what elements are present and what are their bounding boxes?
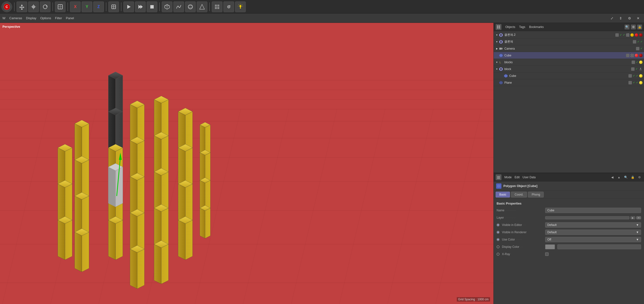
obj-lock-icon[interactable]: 🔒 xyxy=(637,25,642,30)
radio-visible-editor[interactable] xyxy=(496,224,500,226)
maximize-icon[interactable]: ⤢ xyxy=(608,15,615,22)
obj-search-icon[interactable]: 🔍 xyxy=(624,25,630,30)
camera-button[interactable] xyxy=(224,2,234,12)
radio-display-color[interactable] xyxy=(496,245,500,248)
add-nurbs-button[interactable] xyxy=(185,2,196,12)
scene-button[interactable] xyxy=(212,2,222,12)
color-ball2-cloner2[interactable] xyxy=(635,33,638,37)
props-zoom-icon[interactable]: 🔍 xyxy=(623,175,628,180)
xray-checkbox[interactable] xyxy=(545,252,548,256)
flag-check2-cloner1[interactable]: ✓ xyxy=(640,40,642,43)
flag-check1-plane[interactable]: ✓ xyxy=(633,81,635,84)
color-ball-red-cube-top[interactable] xyxy=(635,54,638,57)
expand-plane[interactable] xyxy=(495,81,498,84)
add-spline-button[interactable] xyxy=(174,2,184,12)
expand-cloner2[interactable]: ▼ xyxy=(495,33,498,37)
expand-cube-inner[interactable] xyxy=(500,74,504,78)
flag-check1-cube-inner[interactable]: ✓ xyxy=(633,74,635,77)
flag-check-camera[interactable]: ✓ xyxy=(640,47,642,50)
flag-gray-cloner1[interactable] xyxy=(633,40,636,44)
flag-gray-cube-top[interactable] xyxy=(626,54,630,57)
layer-close-btn[interactable]: ✕ xyxy=(636,216,641,219)
expand-camera[interactable]: ▶ xyxy=(495,47,498,50)
tab-coord[interactable]: Coord. xyxy=(511,192,527,198)
props-value-layer[interactable] xyxy=(545,216,630,219)
obj-row-cloner2[interactable]: ▼ 클론체.2 ✓ ✓ xyxy=(494,32,644,38)
flag-gray-blocks[interactable] xyxy=(632,61,635,64)
tab-basic[interactable]: Basic xyxy=(496,192,510,198)
flag-check2-cube-inner[interactable]: ✓ xyxy=(636,74,638,77)
add-cube-button[interactable] xyxy=(162,2,172,12)
color-ball3-cloner2[interactable] xyxy=(639,33,642,37)
live-select-button[interactable] xyxy=(55,2,66,12)
flag-check1-block[interactable]: ✓ xyxy=(636,67,638,71)
flag-check2-cloner2[interactable]: ✓ xyxy=(623,33,625,37)
color-ball-plane[interactable] xyxy=(639,81,642,84)
obj-settings-icon[interactable]: ⚙ xyxy=(631,25,636,30)
view-menu-filter[interactable]: Filter xyxy=(55,16,62,20)
layer-arrow-btn[interactable]: ▶ xyxy=(630,216,635,219)
flag-checker-cube-top[interactable] xyxy=(630,54,634,57)
view-close-icon[interactable]: ✕ xyxy=(635,15,642,22)
props-dropdown-visible-renderer[interactable]: Default ▼ xyxy=(545,230,641,235)
props-back-icon[interactable]: ◀ xyxy=(610,175,615,180)
props-dropdown-use-color[interactable]: Off ▼ xyxy=(545,237,641,242)
obj-row-camera[interactable]: ▶ Camera ✓ xyxy=(494,45,644,52)
view-menu-options[interactable]: Options xyxy=(40,16,51,20)
radio-use-color[interactable] xyxy=(496,238,500,241)
props-menu-mode[interactable]: Mode xyxy=(504,176,512,179)
expand-block[interactable]: ▼ xyxy=(495,67,498,71)
stop-button[interactable] xyxy=(147,2,157,12)
display-color-value[interactable] xyxy=(557,244,641,249)
obj-mgr-menu-bookmarks[interactable]: Bookmarks xyxy=(529,25,544,29)
tab-phong[interactable]: Phong xyxy=(528,192,544,198)
expand-cloner1[interactable]: ▼ xyxy=(495,40,498,44)
view-arrows-icon[interactable]: ⇕ xyxy=(617,15,624,22)
props-value-name[interactable]: Cube xyxy=(545,208,641,213)
obj-row-block[interactable]: ▼ block ✓ xyxy=(494,66,644,72)
play-button[interactable] xyxy=(123,2,134,12)
flag-check-blocks[interactable]: ✓ xyxy=(636,61,638,64)
logo-button[interactable]: C xyxy=(2,2,12,12)
color-ball-darkred-cube-top[interactable] xyxy=(639,54,642,57)
expand-blocks[interactable]: ▼ xyxy=(495,61,498,64)
flag-gray-cloner2[interactable] xyxy=(615,33,619,37)
add-deformer-button[interactable] xyxy=(197,2,208,12)
z-axis-button[interactable]: Z xyxy=(93,2,104,12)
obj-row-plane[interactable]: Plane ✓ ✓ xyxy=(494,79,644,86)
flag-person-block[interactable] xyxy=(639,67,642,71)
flag-check2-plane[interactable]: ✓ xyxy=(636,81,638,84)
flag-gray-block[interactable] xyxy=(631,67,634,71)
fast-forward-button[interactable] xyxy=(135,2,146,12)
obj-row-cube-inner[interactable]: Cube ✓ ✓ xyxy=(494,72,644,79)
flag-checker-cloner2[interactable] xyxy=(626,33,630,37)
view-settings-icon[interactable]: ⚙ xyxy=(626,15,633,22)
props-lock-icon[interactable]: 🔒 xyxy=(630,175,635,180)
expand-cube-top[interactable] xyxy=(495,54,498,57)
scale-tool-button[interactable] xyxy=(28,2,39,12)
obj-mgr-menu-tags[interactable]: Tags xyxy=(519,25,525,29)
radio-xray[interactable] xyxy=(496,253,500,256)
x-axis-button[interactable]: X xyxy=(70,2,80,12)
flag-gray-plane[interactable] xyxy=(628,81,632,84)
y-axis-button[interactable]: Y xyxy=(82,2,92,12)
view-menu-display[interactable]: Display xyxy=(26,16,36,20)
view-menu-panel[interactable]: Panel xyxy=(66,16,74,20)
flag-gray-cube-inner[interactable] xyxy=(628,74,632,78)
rotate-tool-button[interactable] xyxy=(40,2,50,12)
move-tool-button[interactable] xyxy=(16,2,27,12)
flag-check1-cloner1[interactable]: ✓ xyxy=(637,40,640,43)
radio-visible-renderer[interactable] xyxy=(496,231,500,234)
obj-row-cube-top[interactable]: Cube xyxy=(494,52,644,59)
color-ball-blocks[interactable] xyxy=(639,61,642,64)
color-ball-cube-inner[interactable] xyxy=(639,74,642,78)
obj-row-blocks[interactable]: ▼ L blocks ✓ xyxy=(494,59,644,66)
props-forward-icon[interactable]: ▲ xyxy=(616,175,622,180)
viewport[interactable]: Perspective xyxy=(0,23,494,304)
color-ball-cloner2[interactable] xyxy=(630,33,634,37)
display-color-swatch[interactable] xyxy=(545,244,555,249)
props-dropdown-visible-editor[interactable]: Default ▼ xyxy=(545,222,641,228)
transform-button[interactable] xyxy=(108,2,119,12)
obj-row-cloner1[interactable]: ▼ 클론체 ✓ ✓ xyxy=(494,38,644,45)
props-menu-edit[interactable]: Edit xyxy=(514,176,520,179)
